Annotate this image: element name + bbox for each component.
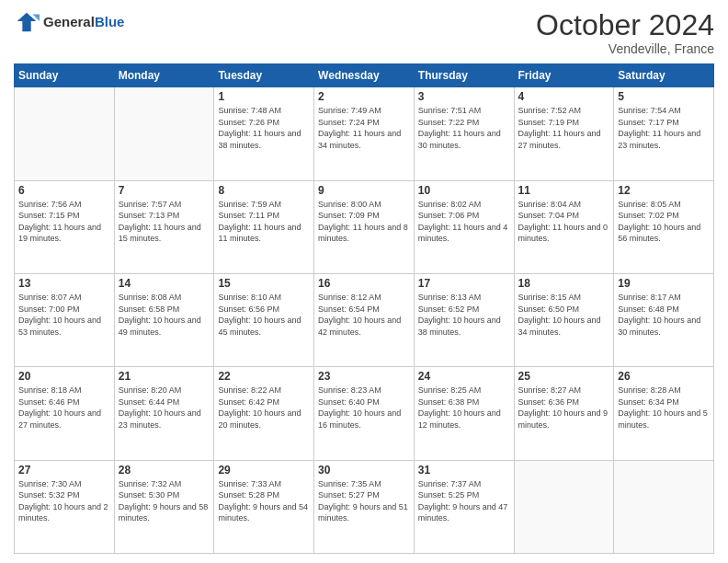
day-number: 23 — [318, 370, 410, 383]
day-number: 29 — [218, 464, 310, 477]
weekday-header: Sunday — [15, 64, 115, 87]
day-number: 14 — [119, 277, 210, 290]
day-number: 16 — [318, 277, 410, 290]
weekday-header: Thursday — [414, 64, 514, 87]
day-info: Sunrise: 8:05 AM Sunset: 7:02 PM Dayligh… — [618, 199, 710, 245]
day-number: 13 — [18, 277, 110, 290]
calendar-week-row: 1Sunrise: 7:48 AM Sunset: 7:26 PM Daylig… — [15, 87, 714, 180]
calendar-cell: 20Sunrise: 8:18 AM Sunset: 6:46 PM Dayli… — [15, 367, 115, 460]
day-info: Sunrise: 7:33 AM Sunset: 5:28 PM Dayligh… — [218, 478, 310, 524]
day-info: Sunrise: 8:02 AM Sunset: 7:06 PM Dayligh… — [418, 199, 510, 245]
calendar-cell: 3Sunrise: 7:51 AM Sunset: 7:22 PM Daylig… — [414, 87, 514, 180]
day-number: 12 — [618, 184, 710, 197]
day-number: 3 — [418, 90, 510, 103]
day-info: Sunrise: 8:23 AM Sunset: 6:40 PM Dayligh… — [318, 385, 410, 431]
calendar-cell: 10Sunrise: 8:02 AM Sunset: 7:06 PM Dayli… — [414, 180, 514, 273]
day-info: Sunrise: 8:17 AM Sunset: 6:48 PM Dayligh… — [618, 292, 710, 338]
day-info: Sunrise: 7:37 AM Sunset: 5:25 PM Dayligh… — [418, 478, 510, 524]
day-number: 26 — [618, 370, 710, 383]
calendar-cell: 8Sunrise: 7:59 AM Sunset: 7:11 PM Daylig… — [214, 180, 314, 273]
day-info: Sunrise: 8:08 AM Sunset: 6:58 PM Dayligh… — [119, 292, 210, 338]
day-number: 2 — [318, 90, 410, 103]
calendar-cell: 11Sunrise: 8:04 AM Sunset: 7:04 PM Dayli… — [514, 180, 614, 273]
calendar-cell — [514, 460, 614, 553]
calendar-cell — [15, 87, 115, 180]
day-number: 1 — [218, 90, 310, 103]
calendar-cell: 5Sunrise: 7:54 AM Sunset: 7:17 PM Daylig… — [614, 87, 714, 180]
day-number: 20 — [18, 370, 110, 383]
calendar-cell: 18Sunrise: 8:15 AM Sunset: 6:50 PM Dayli… — [514, 273, 614, 366]
day-info: Sunrise: 8:27 AM Sunset: 6:36 PM Dayligh… — [518, 385, 610, 431]
day-info: Sunrise: 8:25 AM Sunset: 6:38 PM Dayligh… — [418, 385, 510, 431]
calendar-cell: 7Sunrise: 7:57 AM Sunset: 7:13 PM Daylig… — [114, 180, 214, 273]
logo: GeneralBlue — [14, 9, 124, 35]
day-info: Sunrise: 7:57 AM Sunset: 7:13 PM Dayligh… — [119, 199, 210, 245]
day-info: Sunrise: 7:48 AM Sunset: 7:26 PM Dayligh… — [218, 105, 310, 151]
calendar-cell: 9Sunrise: 8:00 AM Sunset: 7:09 PM Daylig… — [314, 180, 415, 273]
calendar-cell: 25Sunrise: 8:27 AM Sunset: 6:36 PM Dayli… — [514, 367, 614, 460]
calendar-cell: 1Sunrise: 7:48 AM Sunset: 7:26 PM Daylig… — [214, 87, 314, 180]
calendar-cell: 15Sunrise: 8:10 AM Sunset: 6:56 PM Dayli… — [214, 273, 314, 366]
day-number: 24 — [418, 370, 510, 383]
calendar-cell: 24Sunrise: 8:25 AM Sunset: 6:38 PM Dayli… — [414, 367, 514, 460]
day-number: 28 — [119, 464, 210, 477]
day-number: 11 — [518, 184, 610, 197]
day-info: Sunrise: 8:00 AM Sunset: 7:09 PM Dayligh… — [318, 199, 410, 245]
calendar-cell: 12Sunrise: 8:05 AM Sunset: 7:02 PM Dayli… — [614, 180, 714, 273]
day-number: 6 — [18, 184, 110, 197]
day-number: 21 — [119, 370, 210, 383]
day-number: 18 — [518, 277, 610, 290]
day-number: 19 — [618, 277, 710, 290]
page: GeneralBlue October 2024 Vendeville, Fra… — [0, 0, 728, 563]
day-info: Sunrise: 8:04 AM Sunset: 7:04 PM Dayligh… — [518, 199, 610, 245]
month-title: October 2024 — [536, 9, 714, 41]
calendar-cell: 14Sunrise: 8:08 AM Sunset: 6:58 PM Dayli… — [114, 273, 214, 366]
day-info: Sunrise: 8:10 AM Sunset: 6:56 PM Dayligh… — [218, 292, 310, 338]
day-info: Sunrise: 7:35 AM Sunset: 5:27 PM Dayligh… — [318, 478, 410, 524]
calendar-cell: 19Sunrise: 8:17 AM Sunset: 6:48 PM Dayli… — [614, 273, 714, 366]
day-number: 25 — [518, 370, 610, 383]
day-info: Sunrise: 8:28 AM Sunset: 6:34 PM Dayligh… — [618, 385, 710, 431]
day-number: 15 — [218, 277, 310, 290]
day-info: Sunrise: 8:13 AM Sunset: 6:52 PM Dayligh… — [418, 292, 510, 338]
day-number: 30 — [318, 464, 410, 477]
calendar-cell: 22Sunrise: 8:22 AM Sunset: 6:42 PM Dayli… — [214, 367, 314, 460]
day-info: Sunrise: 7:52 AM Sunset: 7:19 PM Dayligh… — [518, 105, 610, 151]
calendar-cell: 17Sunrise: 8:13 AM Sunset: 6:52 PM Dayli… — [414, 273, 514, 366]
weekday-header: Tuesday — [214, 64, 314, 87]
calendar-cell: 27Sunrise: 7:30 AM Sunset: 5:32 PM Dayli… — [15, 460, 115, 553]
calendar-cell: 13Sunrise: 8:07 AM Sunset: 7:00 PM Dayli… — [15, 273, 115, 366]
calendar-cell: 16Sunrise: 8:12 AM Sunset: 6:54 PM Dayli… — [314, 273, 415, 366]
day-number: 9 — [318, 184, 410, 197]
calendar-cell: 30Sunrise: 7:35 AM Sunset: 5:27 PM Dayli… — [314, 460, 415, 553]
calendar-cell: 28Sunrise: 7:32 AM Sunset: 5:30 PM Dayli… — [114, 460, 214, 553]
day-info: Sunrise: 7:59 AM Sunset: 7:11 PM Dayligh… — [218, 199, 310, 245]
calendar-week-row: 20Sunrise: 8:18 AM Sunset: 6:46 PM Dayli… — [15, 367, 714, 460]
day-info: Sunrise: 7:49 AM Sunset: 7:24 PM Dayligh… — [318, 105, 410, 151]
day-info: Sunrise: 8:15 AM Sunset: 6:50 PM Dayligh… — [518, 292, 610, 338]
day-info: Sunrise: 7:32 AM Sunset: 5:30 PM Dayligh… — [119, 478, 210, 524]
day-number: 10 — [418, 184, 510, 197]
day-info: Sunrise: 8:18 AM Sunset: 6:46 PM Dayligh… — [18, 385, 110, 431]
calendar-week-row: 27Sunrise: 7:30 AM Sunset: 5:32 PM Dayli… — [15, 460, 714, 553]
calendar-cell: 29Sunrise: 7:33 AM Sunset: 5:28 PM Dayli… — [214, 460, 314, 553]
day-info: Sunrise: 8:07 AM Sunset: 7:00 PM Dayligh… — [18, 292, 110, 338]
calendar-cell — [614, 460, 714, 553]
day-number: 27 — [18, 464, 110, 477]
day-number: 4 — [518, 90, 610, 103]
day-number: 8 — [218, 184, 310, 197]
calendar-cell: 4Sunrise: 7:52 AM Sunset: 7:19 PM Daylig… — [514, 87, 614, 180]
calendar-cell: 6Sunrise: 7:56 AM Sunset: 7:15 PM Daylig… — [15, 180, 115, 273]
calendar-cell: 21Sunrise: 8:20 AM Sunset: 6:44 PM Dayli… — [114, 367, 214, 460]
logo-icon — [14, 9, 40, 35]
calendar-cell: 23Sunrise: 8:23 AM Sunset: 6:40 PM Dayli… — [314, 367, 415, 460]
day-info: Sunrise: 8:22 AM Sunset: 6:42 PM Dayligh… — [218, 385, 310, 431]
day-number: 17 — [418, 277, 510, 290]
day-number: 7 — [119, 184, 210, 197]
calendar-header-row: SundayMondayTuesdayWednesdayThursdayFrid… — [15, 64, 714, 87]
weekday-header: Saturday — [614, 64, 714, 87]
day-info: Sunrise: 7:51 AM Sunset: 7:22 PM Dayligh… — [418, 105, 510, 151]
weekday-header: Monday — [114, 64, 214, 87]
location: Vendeville, France — [536, 41, 714, 56]
day-info: Sunrise: 8:20 AM Sunset: 6:44 PM Dayligh… — [119, 385, 210, 431]
